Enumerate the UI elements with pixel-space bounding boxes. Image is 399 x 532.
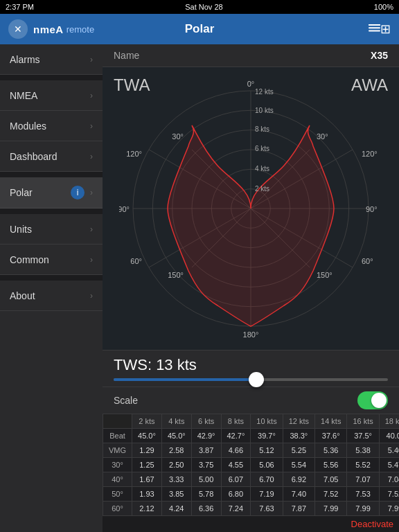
table-cell-value: 6.80 <box>221 487 251 502</box>
table-cell-value: 5.78 <box>191 487 221 502</box>
table-col-6-kts: 6 kts <box>191 414 221 429</box>
table-cell-value: 6.70 <box>251 472 283 487</box>
svg-text:8 kts: 8 kts <box>255 125 269 133</box>
table-cell-value: 45.0° <box>132 429 162 443</box>
awa-label: AWA <box>351 76 388 95</box>
table-cell-value: 5.56 <box>315 458 347 472</box>
table-cell-value: 5.52 <box>347 458 379 472</box>
table-row: 50°1.933.855.786.807.197.407.527.537.527… <box>103 487 400 502</box>
sidebar-modules-label: Modules <box>10 121 46 132</box>
table-cell-value: 7.53 <box>347 487 379 502</box>
app-logo: nmeA remote <box>33 24 94 35</box>
sidebar-item-dashboard[interactable]: Dashboard › <box>0 141 103 172</box>
table-cell-label: 30° <box>103 458 132 472</box>
sidebar-item-modules[interactable]: Modules › <box>0 111 103 141</box>
deactivate-button[interactable]: Deactivate <box>351 519 393 529</box>
table-col-2-kts: 2 kts <box>132 414 162 429</box>
svg-rect-2 <box>369 30 380 31</box>
table-cell-value: 37.6° <box>315 429 347 443</box>
svg-text:180°: 180° <box>243 330 259 339</box>
table-cell-label: 40° <box>103 472 132 487</box>
sidebar-item-nmea[interactable]: NMEA › <box>0 80 103 111</box>
scale-toggle[interactable] <box>357 391 388 409</box>
deactivate-row: Deactivate <box>103 516 399 532</box>
table-cell-value: 3.75 <box>191 458 221 472</box>
sidebar-nmea-label: NMEA <box>10 90 37 101</box>
sidebar-common-label: Common <box>10 254 49 265</box>
header: ✕ nmeA remote Polar ⊞ <box>0 14 399 44</box>
chevron-right-icon: › <box>90 152 93 161</box>
table-cell-value: 7.19 <box>251 487 283 502</box>
table-cell-value: 7.52 <box>315 487 347 502</box>
table-cell-label: VMG <box>103 443 132 458</box>
status-battery: 100% <box>374 3 393 11</box>
table-cell-value: 5.40 <box>379 443 399 458</box>
table-cell-value: 38.3° <box>283 429 314 443</box>
sidebar-units-label: Units <box>10 224 32 235</box>
svg-text:6 kts: 6 kts <box>255 145 269 152</box>
tws-slider[interactable] <box>114 378 388 381</box>
table-row: 60°2.124.246.367.247.637.877.997.997.997… <box>103 502 400 516</box>
table-cell-value: 5.12 <box>251 443 283 458</box>
table-cell-value: 5.36 <box>315 443 347 458</box>
status-time: 2:37 PM <box>6 3 34 11</box>
table-cell-value: 42.9° <box>191 429 221 443</box>
sidebar-polar-label: Polar <box>10 187 33 198</box>
svg-text:90°: 90° <box>119 205 130 213</box>
sidebar-divider-2 <box>0 172 103 177</box>
svg-text:150°: 150° <box>317 271 332 279</box>
sidebar: Alarms › NMEA › Modules › Dashboard › Po… <box>0 44 103 532</box>
tws-slider-thumb[interactable] <box>249 372 264 387</box>
table-cell-value: 1.93 <box>132 487 162 502</box>
svg-text:4 kts: 4 kts <box>255 165 269 172</box>
table-cell-value: 2.12 <box>132 502 162 516</box>
table-cell-value: 2.58 <box>161 443 191 458</box>
svg-text:120°: 120° <box>362 150 378 158</box>
svg-text:120°: 120° <box>126 150 142 158</box>
svg-text:150°: 150° <box>168 271 184 279</box>
table-cell-value: 4.24 <box>161 502 191 516</box>
table-cell-value: 4.66 <box>221 443 251 458</box>
sidebar-item-units[interactable]: Units › <box>0 214 103 245</box>
menu-button[interactable]: ⊞ <box>369 19 391 39</box>
table-cell-value: 5.54 <box>283 458 314 472</box>
twa-label: TWA <box>114 76 150 95</box>
table-cell-value: 7.05 <box>315 472 347 487</box>
polar-data-table: 2 kts4 kts6 kts8 kts10 kts12 kts14 kts16… <box>103 414 399 516</box>
table-cell-value: 5.47 <box>379 458 399 472</box>
content-area: Name X35 TWA AWA <box>103 44 399 532</box>
back-button[interactable]: ✕ <box>8 19 28 39</box>
svg-text:12 kts: 12 kts <box>255 88 274 96</box>
chevron-right-icon: › <box>90 291 93 301</box>
info-badge[interactable]: i <box>71 186 85 200</box>
sidebar-about-label: About <box>10 290 35 301</box>
chevron-right-icon: › <box>90 224 93 234</box>
polar-chart-svg: 2 kts 4 kts 6 kts 8 kts 10 kts 12 kts 0°… <box>119 77 382 340</box>
table-cell-value: 6.07 <box>221 472 251 487</box>
chevron-right-icon: › <box>90 121 93 131</box>
table-cell-label: 50° <box>103 487 132 502</box>
table-cell-value: 3.87 <box>191 443 221 458</box>
table-cell-value: 42.7° <box>221 429 251 443</box>
sidebar-item-about[interactable]: About › <box>0 281 103 311</box>
sidebar-item-common[interactable]: Common › <box>0 245 103 275</box>
svg-rect-3 <box>369 24 380 26</box>
table-header-row: 2 kts4 kts6 kts8 kts10 kts12 kts14 kts16… <box>103 414 400 429</box>
table-cell-value: 5.00 <box>191 472 221 487</box>
chevron-right-icon: › <box>90 188 93 197</box>
table-cell-value: 7.99 <box>379 502 399 516</box>
name-value: X35 <box>371 50 388 61</box>
chevron-right-icon: › <box>90 91 93 100</box>
table-cell-value: 7.40 <box>283 487 314 502</box>
table-body: Beat45.0°45.0°42.9°42.7°39.7°38.3°37.6°3… <box>103 429 400 516</box>
sidebar-item-polar[interactable]: Polar i › <box>0 177 103 209</box>
table-cell-label: Beat <box>103 429 132 443</box>
table-cell-value: 7.99 <box>347 502 379 516</box>
sidebar-item-alarms[interactable]: Alarms › <box>0 44 103 75</box>
svg-text:2 kts: 2 kts <box>255 185 269 193</box>
table-cell-value: 7.63 <box>251 502 283 516</box>
chevron-right-icon: › <box>90 255 93 265</box>
sidebar-divider-3 <box>0 209 103 214</box>
polar-chart-container: TWA AWA <box>103 67 399 350</box>
chevron-right-icon: › <box>90 55 93 64</box>
